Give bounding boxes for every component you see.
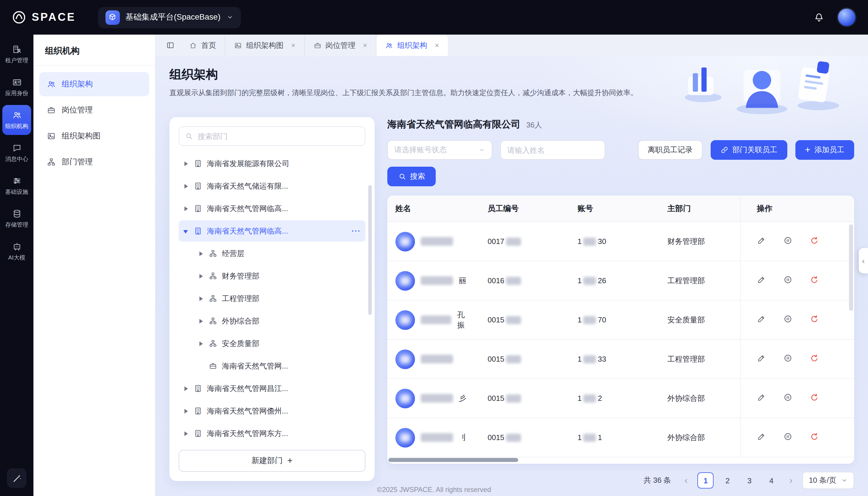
org-node-icon: [209, 339, 217, 348]
tab-org-chart[interactable]: 组织架构图 ×: [225, 35, 305, 56]
edit-icon[interactable]: [757, 275, 768, 286]
caret-icon[interactable]: [198, 251, 204, 257]
tab-home[interactable]: 首页: [180, 35, 225, 56]
tab-list-icon[interactable]: [160, 35, 180, 56]
pause-icon[interactable]: [783, 432, 795, 443]
pause-icon[interactable]: [783, 353, 795, 365]
reset-icon[interactable]: [810, 236, 821, 247]
page-button-4[interactable]: 4: [763, 472, 779, 489]
sidebar-item-org-chart[interactable]: 组织架构图: [39, 124, 149, 148]
caret-icon[interactable]: [183, 206, 189, 211]
page-button-2[interactable]: 2: [720, 472, 736, 489]
magic-wand-button[interactable]: [7, 468, 27, 488]
notification-bell-icon[interactable]: [814, 12, 824, 22]
tree-node[interactable]: 外协综合部: [194, 310, 366, 331]
account-status-select[interactable]: 请选择账号状态: [387, 140, 492, 160]
caret-icon[interactable]: [198, 273, 204, 279]
panel-collapse-handle[interactable]: ‹: [859, 248, 868, 273]
tree-node[interactable]: 海南省天然气管网临高...: [179, 198, 366, 219]
table-row[interactable]: 丽 0016 126 工程管理部: [387, 261, 854, 300]
department-tree: 海南省发展能源有限公司 海南省天然气储运有限... 海南省天然气管网临高... …: [179, 153, 366, 444]
tenant-icon: [12, 44, 21, 54]
tree-node[interactable]: 海南省发展能源有限公司: [179, 153, 366, 174]
tree-node[interactable]: 海南省天然气管网儋州...: [179, 400, 366, 422]
rail-item-messages[interactable]: 消息中心: [2, 138, 31, 168]
close-icon[interactable]: ×: [435, 41, 439, 50]
reset-icon[interactable]: [810, 353, 821, 365]
tree-scrollbar[interactable]: [368, 185, 372, 315]
rail-item-tenant[interactable]: 租户管理: [2, 39, 31, 69]
page-button-3[interactable]: 3: [741, 472, 758, 489]
caret-icon[interactable]: [198, 296, 204, 301]
edit-icon[interactable]: [757, 353, 768, 365]
sidebar-item-position-mgmt[interactable]: 岗位管理: [39, 98, 149, 122]
platform-name: 基础集成平台(SpaceBase): [125, 12, 221, 22]
tree-node[interactable]: 海南省天然气管网...: [194, 355, 366, 377]
tab-position-mgmt[interactable]: 岗位管理 ×: [305, 35, 376, 56]
tree-node[interactable]: 安全质量部: [194, 333, 366, 354]
add-employee-button[interactable]: + 添加员工: [795, 140, 854, 160]
caret-icon[interactable]: [198, 341, 204, 346]
edit-icon[interactable]: [757, 314, 768, 326]
caret-icon[interactable]: [183, 183, 189, 189]
tree-node[interactable]: 海南省天然气储运有限...: [179, 175, 366, 197]
caret-icon[interactable]: [183, 386, 189, 391]
table-vertical-scrollbar[interactable]: [849, 224, 853, 311]
tree-node[interactable]: 海南省天然气管网东方...: [179, 423, 366, 444]
search-icon: [185, 132, 193, 140]
reset-icon[interactable]: [810, 392, 821, 404]
rail-item-ai-model[interactable]: AI大模: [2, 236, 31, 266]
table-row[interactable]: 0015 133 工程管理部: [387, 340, 854, 379]
people-icon: [385, 41, 393, 49]
table-row[interactable]: 彡 0015 12 外协综合部: [387, 379, 854, 418]
table-row[interactable]: 0017 130 财务管理部: [387, 222, 854, 261]
pause-icon[interactable]: [783, 392, 795, 404]
search-button[interactable]: 搜索: [387, 167, 436, 186]
new-department-button[interactable]: 新建部门 +: [179, 450, 366, 472]
prev-page-button[interactable]: ‹: [680, 472, 692, 489]
close-icon[interactable]: ×: [291, 41, 295, 50]
rail-item-identity[interactable]: 应用身份: [2, 72, 31, 102]
reset-icon[interactable]: [810, 432, 821, 443]
reset-icon[interactable]: [810, 275, 821, 286]
node-more-button[interactable]: ···: [352, 227, 361, 235]
caret-icon[interactable]: [198, 318, 204, 324]
table-horizontal-scrollbar[interactable]: [388, 458, 518, 462]
resigned-employees-button[interactable]: 离职员工记录: [638, 140, 702, 160]
tab-org-structure[interactable]: 组织架构 ×: [376, 35, 448, 56]
tree-node[interactable]: 海南省天然气管网昌江...: [179, 378, 366, 399]
sidebar-item-dept-mgmt[interactable]: 部门管理: [39, 150, 149, 174]
caret-icon[interactable]: [183, 408, 189, 414]
table-row[interactable]: 孔振 0015 170 安全质量部: [387, 300, 854, 340]
user-avatar[interactable]: [837, 7, 856, 27]
caret-icon[interactable]: [183, 228, 189, 234]
name-filter-input[interactable]: [507, 145, 598, 154]
link-department-employees-button[interactable]: 部门关联员工: [710, 140, 787, 160]
rail-item-infrastructure[interactable]: 基础设施: [2, 171, 31, 201]
tree-node[interactable]: 财务管理部: [194, 265, 366, 286]
sidebar-item-org-structure[interactable]: 组织架构: [39, 72, 149, 96]
close-icon[interactable]: ×: [363, 41, 367, 50]
tree-search-input[interactable]: [198, 132, 359, 140]
platform-selector[interactable]: 基础集成平台(SpaceBase): [98, 6, 241, 28]
edit-icon[interactable]: [757, 432, 768, 443]
caret-icon[interactable]: [183, 431, 189, 436]
edit-icon[interactable]: [757, 392, 768, 404]
redacted-id: [506, 316, 521, 324]
caret-icon[interactable]: [183, 161, 189, 166]
tree-node-selected[interactable]: 海南省天然气管网临高...···: [179, 220, 366, 242]
edit-icon[interactable]: [757, 236, 768, 247]
pause-icon[interactable]: [783, 314, 795, 326]
tree-node[interactable]: 经营层: [194, 243, 366, 264]
briefcase-icon: [47, 106, 56, 115]
tree-node[interactable]: 工程管理部: [194, 288, 366, 309]
next-page-button[interactable]: ›: [785, 472, 797, 489]
pause-icon[interactable]: [783, 236, 795, 247]
page-button-1[interactable]: 1: [698, 472, 714, 489]
table-row[interactable]: 刂 0015 11 外协综合部: [387, 418, 854, 458]
rail-item-storage[interactable]: 存储管理: [2, 204, 31, 234]
reset-icon[interactable]: [810, 314, 821, 326]
page-size-select[interactable]: 10 条/页: [803, 472, 854, 489]
rail-item-organization[interactable]: 组织机构: [2, 105, 31, 135]
pause-icon[interactable]: [783, 275, 795, 286]
